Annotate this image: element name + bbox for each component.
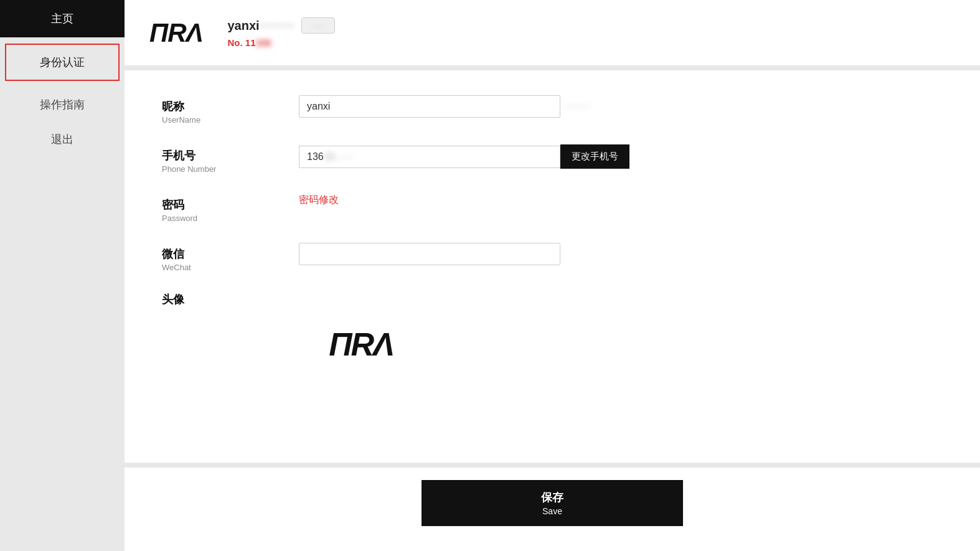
avatar-logo-container: ΠRΛ — [299, 307, 423, 382]
wechat-control — [299, 243, 943, 265]
save-button[interactable]: 保存 Save — [422, 480, 683, 526]
change-phone-button[interactable]: 更改手机号 — [560, 144, 629, 169]
wechat-input[interactable] — [299, 243, 560, 265]
nickname-row: 昵称 UserName ·········· — [162, 95, 943, 125]
password-label: 密码 Password — [162, 194, 299, 223]
nickname-input[interactable] — [299, 95, 560, 118]
nickname-control: ·········· — [299, 95, 943, 118]
sidebar-item-identity[interactable]: 身份认证 — [5, 44, 120, 81]
sidebar-item-logout[interactable]: 退出 — [0, 122, 125, 157]
main-content: ΠRΛ yanxi·········· ····· No. 11346 昵称 U… — [125, 0, 980, 551]
avatar-row: 头像 ΠRΛ — [162, 292, 943, 382]
header-card: ΠRΛ yanxi·········· ····· No. 11346 — [125, 0, 980, 65]
username-row: yanxi·········· ····· — [228, 17, 335, 34]
phone-control: 13610..····· 更改手机号 — [299, 144, 943, 169]
header-info: yanxi·········· ····· No. 11346 — [228, 17, 335, 48]
avatar-logo: ΠRΛ — [329, 326, 393, 363]
sidebar-item-home[interactable]: 主页 — [0, 0, 125, 37]
edit-button[interactable]: ····· — [301, 17, 334, 34]
avatar-label: 头像 — [162, 292, 184, 307]
sidebar: 主页 身份认证 操作指南 退出 — [0, 0, 125, 551]
sidebar-item-guide[interactable]: 操作指南 — [0, 87, 125, 122]
password-change-link[interactable]: 密码修改 — [299, 194, 339, 207]
wechat-label: 微信 WeChat — [162, 243, 299, 272]
phone-label: 手机号 Phone Number — [162, 144, 299, 174]
username-display: yanxi·········· — [228, 19, 294, 33]
user-number: No. 11346 — [228, 37, 335, 48]
header-logo: ΠRΛ — [149, 18, 203, 48]
password-control: 密码修改 — [299, 194, 943, 207]
phone-row: 手机号 Phone Number 13610..····· 更改手机号 — [162, 144, 943, 174]
form-card: 昵称 UserName ·········· 手机号 Phone Number … — [125, 70, 980, 463]
nickname-label: 昵称 UserName — [162, 95, 299, 125]
save-section: 保存 Save — [125, 468, 980, 551]
password-row: 密码 Password 密码修改 — [162, 194, 943, 223]
wechat-row: 微信 WeChat — [162, 243, 943, 272]
